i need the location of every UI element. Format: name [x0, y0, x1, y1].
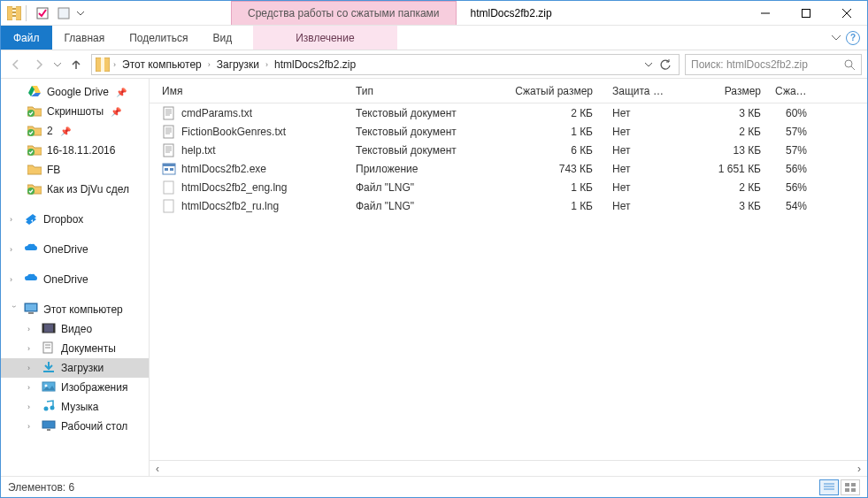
pin-icon: 📌 [60, 126, 71, 136]
chevron-right-icon: › [113, 60, 116, 69]
file-name: htmlDocs2fb2_ru.lng [181, 200, 279, 212]
qat-dropdown[interactable] [75, 4, 86, 23]
column-compressed-size[interactable]: Сжатый размер [494, 85, 600, 97]
sidebar-item-label: Загрузки [61, 362, 104, 374]
nav-forward-button[interactable] [29, 55, 49, 74]
onedrive-icon [24, 242, 38, 257]
view-details-button[interactable] [819, 479, 839, 495]
help-button[interactable]: ? [846, 31, 860, 45]
nav-recent-dropdown[interactable] [52, 55, 63, 74]
svg-point-31 [44, 407, 49, 411]
search-icon [843, 58, 856, 71]
sidebar-item-label: Изображения [61, 381, 127, 394]
folder-icon [27, 85, 42, 99]
file-row[interactable]: htmlDocs2fb2.exeПриложение743 КБНет1 651… [150, 159, 867, 178]
tab-file[interactable]: Файл [1, 26, 52, 50]
tab-share[interactable]: Поделиться [117, 26, 200, 50]
qat-properties-button[interactable] [33, 4, 52, 23]
breadcrumb[interactable]: › Этот компьютер › Загрузки › htmlDocs2f… [91, 54, 680, 75]
sidebar-item-label: 2 [47, 125, 53, 137]
scroll-left-icon[interactable]: ‹ [150, 463, 165, 475]
chevron-right-icon: › [27, 402, 36, 411]
svg-rect-34 [47, 429, 50, 431]
address-row: › Этот компьютер › Загрузки › htmlDocs2f… [1, 50, 867, 79]
svg-line-14 [851, 66, 855, 70]
breadcrumb-item[interactable]: Загрузки [214, 58, 262, 71]
ribbon-collapse-icon[interactable] [832, 35, 841, 41]
file-type: Файл "LNG" [349, 200, 494, 212]
file-size: 2 КБ [671, 126, 768, 138]
column-size[interactable]: Размер [671, 85, 768, 97]
svg-rect-20 [26, 304, 36, 310]
sidebar-item-dropbox[interactable]: › Dropbox [1, 210, 149, 229]
onedrive-icon [24, 272, 38, 287]
file-ratio: 57% [768, 144, 821, 157]
search-input[interactable]: Поиск: htmlDocs2fb2.zip [685, 54, 862, 75]
file-compressed-size: 2 КБ [494, 107, 600, 119]
file-rows[interactable]: cmdParams.txtТекстовый документ2 КБНет3 … [150, 103, 867, 460]
sidebar-item-onedrive[interactable]: › OneDrive [1, 270, 149, 289]
sidebar-item-quick[interactable]: Скриншоты📌 [1, 102, 149, 121]
svg-rect-53 [170, 168, 173, 171]
file-icon [162, 125, 176, 139]
column-name[interactable]: Имя [150, 85, 349, 97]
tab-home[interactable]: Главная [52, 26, 118, 50]
video-icon [42, 322, 56, 336]
sidebar-item-quick[interactable]: FB [1, 160, 149, 180]
file-name: help.txt [181, 144, 216, 157]
scroll-right-icon[interactable]: › [851, 463, 867, 475]
sidebar-item-pc[interactable]: ›Видео [1, 319, 149, 339]
content-area: Google Drive📌Скриншоты📌2📌16-18.11.2016FB… [1, 79, 867, 476]
view-icons-button[interactable] [841, 479, 860, 495]
pc-icon [24, 303, 38, 317]
file-name: htmlDocs2fb2.exe [181, 163, 266, 175]
file-ratio: 60% [768, 107, 821, 119]
breadcrumb-item[interactable]: Этот компьютер [119, 58, 204, 71]
maximize-button[interactable] [786, 1, 826, 25]
sidebar-item-label: Рабочий стол [61, 420, 127, 433]
chevron-right-icon: › [208, 60, 211, 69]
sidebar-item-onedrive[interactable]: › OneDrive [1, 240, 149, 259]
pin-icon: 📌 [116, 88, 127, 97]
nav-up-button[interactable] [66, 55, 86, 74]
sidebar-item-quick[interactable]: 16-18.11.2016 [1, 141, 149, 160]
svg-rect-21 [28, 312, 34, 314]
tab-extract[interactable]: Извлечение [253, 26, 396, 50]
file-size: 3 КБ [671, 107, 768, 119]
breadcrumb-item[interactable]: htmlDocs2fb2.zip [272, 58, 358, 71]
column-ratio[interactable]: Сжатие [768, 85, 821, 97]
minimize-button[interactable] [745, 1, 786, 25]
sidebar-item-pc[interactable]: ›Загрузки [1, 358, 149, 378]
refresh-icon[interactable] [659, 58, 672, 71]
sidebar-item-pc[interactable]: ›Музыка [1, 397, 149, 417]
column-type[interactable]: Тип [349, 85, 494, 97]
file-row[interactable]: help.txtТекстовый документ6 КБНет13 КБ57… [150, 141, 867, 159]
file-row[interactable]: FictionBookGenres.txtТекстовый документ1… [150, 122, 867, 141]
qat-new-button[interactable] [54, 4, 73, 23]
sidebar-item-quick[interactable]: 2📌 [1, 121, 149, 141]
nav-back-button[interactable] [6, 55, 26, 74]
chevron-right-icon: › [27, 422, 36, 431]
context-tab-header: Средства работы со сжатыми папками [231, 1, 457, 25]
file-ratio: 57% [768, 126, 821, 138]
close-button[interactable] [826, 1, 867, 25]
sidebar-item-pc[interactable]: ›Документы [1, 339, 149, 358]
sidebar-item-pc[interactable]: ›Рабочий стол [1, 417, 149, 436]
sidebar-item-thispc[interactable]: › Этот компьютер [1, 300, 149, 319]
sidebar-item-quick[interactable]: Как из DjVu сдел [1, 180, 149, 199]
sidebar-item-pc[interactable]: ›Изображения [1, 378, 149, 397]
column-protection[interactable]: Защита па... [600, 85, 671, 97]
file-row[interactable]: htmlDocs2fb2_eng.lngФайл "LNG"1 КБНет2 К… [150, 178, 867, 196]
file-icon [162, 180, 176, 195]
file-protection: Нет [600, 144, 671, 157]
file-row[interactable]: cmdParams.txtТекстовый документ2 КБНет3 … [150, 103, 867, 122]
svg-rect-62 [851, 488, 856, 492]
file-row[interactable]: htmlDocs2fb2_ru.lngФайл "LNG"1 КБНет3 КБ… [150, 196, 867, 215]
horizontal-scrollbar[interactable]: ‹ › [150, 460, 867, 476]
sidebar-item-quick[interactable]: Google Drive📌 [1, 82, 149, 102]
chevron-down-icon[interactable] [645, 62, 652, 67]
tab-view[interactable]: Вид [200, 26, 244, 50]
file-type: Файл "LNG" [349, 181, 494, 194]
navigation-pane[interactable]: Google Drive📌Скриншоты📌2📌16-18.11.2016FB… [1, 79, 150, 476]
context-tab-label: Средства работы со сжатыми папками [248, 7, 440, 19]
